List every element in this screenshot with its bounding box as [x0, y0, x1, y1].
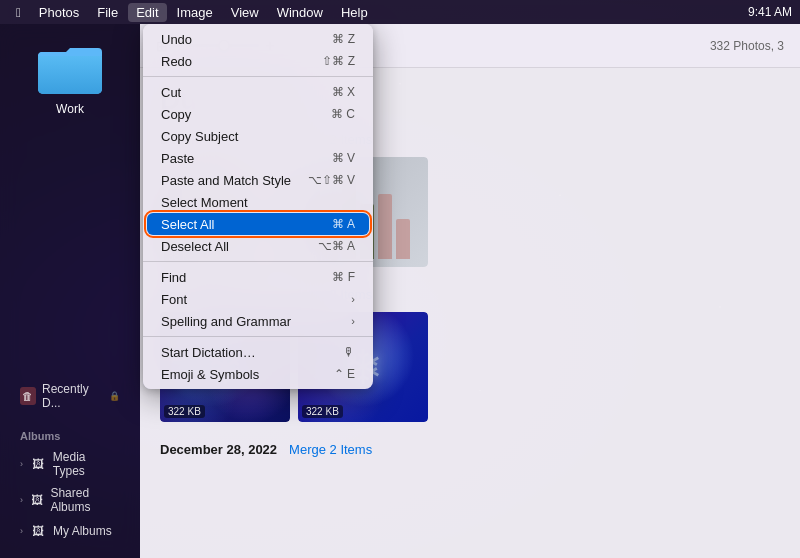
font-submenu-arrow: › [351, 293, 355, 305]
menu-item-paste[interactable]: Paste ⌘ V [147, 147, 369, 169]
paste-match-label: Paste and Match Style [161, 173, 291, 188]
menu-bar-file[interactable]: File [89, 3, 126, 22]
media-types-label: Media Types [53, 450, 120, 478]
select-moment-label: Select Moment [161, 195, 248, 210]
menu-item-copy-subject[interactable]: Copy Subject [147, 125, 369, 147]
albums-section-title: Albums [8, 426, 132, 446]
menu-item-select-all[interactable]: Select All ⌘ A [147, 213, 369, 235]
menu-item-paste-match[interactable]: Paste and Match Style ⌥⇧⌘ V [147, 169, 369, 191]
svg-rect-1 [38, 52, 102, 94]
copy-subject-label: Copy Subject [161, 129, 238, 144]
cut-shortcut: ⌘ X [332, 85, 355, 99]
menu-item-cut[interactable]: Cut ⌘ X [147, 81, 369, 103]
separator-3 [143, 336, 373, 337]
select-all-label: Select All [161, 217, 214, 232]
paste-match-shortcut: ⌥⇧⌘ V [308, 173, 355, 187]
sidebar-album-media-types[interactable]: › 🖼 Media Types [12, 446, 128, 482]
paste-label: Paste [161, 151, 194, 166]
shared-albums-icon: 🖼 [29, 491, 44, 509]
sidebar: Work 🗑 Recently D... 🔒 Albums › 🖼 Media … [0, 24, 140, 558]
dictation-label: Start Dictation… [161, 345, 256, 360]
find-label: Find [161, 270, 186, 285]
menu-item-emoji[interactable]: Emoji & Symbols ⌃ E [147, 363, 369, 385]
menu-bar-photos[interactable]: Photos [31, 3, 87, 22]
sidebar-album-shared[interactable]: › 🖼 Shared Albums [12, 482, 128, 518]
deselect-all-shortcut: ⌥⌘ A [318, 239, 355, 253]
font-label: Font [161, 292, 187, 307]
menu-bar-image[interactable]: Image [169, 3, 221, 22]
work-folder-icon [38, 42, 102, 98]
menu-item-undo[interactable]: Undo ⌘ Z [147, 28, 369, 50]
work-folder-label: Work [56, 102, 84, 116]
merge-link-dec28b[interactable]: Merge 2 Items [289, 442, 372, 457]
redo-label: Redo [161, 54, 192, 69]
redo-shortcut: ⇧⌘ Z [322, 54, 355, 68]
undo-shortcut: ⌘ Z [332, 32, 355, 46]
recently-deleted-icon: 🗑 [20, 387, 36, 405]
cut-label: Cut [161, 85, 181, 100]
my-albums-icon: 🖼 [29, 522, 47, 540]
menu-bar:  Photos File Edit Image View Window Hel… [0, 0, 800, 24]
select-all-shortcut: ⌘ A [332, 217, 355, 231]
menu-bar-help[interactable]: Help [333, 3, 376, 22]
menu-item-deselect-all[interactable]: Deselect All ⌥⌘ A [147, 235, 369, 257]
chevron-right-icon-my: › [20, 526, 23, 536]
chevron-right-icon-media: › [20, 459, 23, 469]
photo-size-badge-3: 322 KB [164, 405, 205, 418]
separator-1 [143, 76, 373, 77]
menu-item-spelling[interactable]: Spelling and Grammar › [147, 310, 369, 332]
section-date-dec28b: December 28, 2022 [160, 442, 277, 457]
menu-bar-view[interactable]: View [223, 3, 267, 22]
menu-item-redo[interactable]: Redo ⇧⌘ Z [147, 50, 369, 72]
undo-label: Undo [161, 32, 192, 47]
photos-count: 332 Photos, 3 [710, 39, 784, 53]
menu-item-font[interactable]: Font › [147, 288, 369, 310]
menu-item-dictation[interactable]: Start Dictation… 🎙 [147, 341, 369, 363]
lock-icon: 🔒 [109, 391, 120, 401]
apple-menu-icon[interactable]:  [8, 3, 29, 22]
spelling-submenu-arrow: › [351, 315, 355, 327]
chevron-right-icon-shared: › [20, 495, 23, 505]
paste-shortcut: ⌘ V [332, 151, 355, 165]
deselect-all-label: Deselect All [161, 239, 229, 254]
copy-shortcut: ⌘ C [331, 107, 355, 121]
sidebar-folder-work[interactable]: Work [8, 34, 132, 124]
sidebar-album-my-albums[interactable]: › 🖼 My Albums [12, 518, 128, 544]
emoji-label: Emoji & Symbols [161, 367, 259, 382]
separator-2 [143, 261, 373, 262]
my-albums-label: My Albums [53, 524, 112, 538]
media-types-icon: 🖼 [29, 455, 47, 473]
menu-item-copy[interactable]: Copy ⌘ C [147, 103, 369, 125]
dictation-shortcut: 🎙 [343, 345, 355, 359]
emoji-shortcut: ⌃ E [334, 367, 355, 381]
menu-item-find[interactable]: Find ⌘ F [147, 266, 369, 288]
section-header-dec28b: December 28, 2022 Merge 2 Items [160, 442, 780, 457]
menu-bar-window[interactable]: Window [269, 3, 331, 22]
shared-albums-label: Shared Albums [50, 486, 120, 514]
sidebar-recently-deleted[interactable]: 🗑 Recently D... 🔒 [12, 378, 128, 414]
menu-item-select-moment[interactable]: Select Moment [147, 191, 369, 213]
section-dec28-second: December 28, 2022 Merge 2 Items [160, 442, 780, 457]
menu-bar-right: 9:41 AM [748, 5, 792, 19]
photo-size-badge-4: 322 KB [302, 405, 343, 418]
menu-bar-edit[interactable]: Edit [128, 3, 166, 22]
recently-deleted-label: Recently D... [42, 382, 103, 410]
copy-label: Copy [161, 107, 191, 122]
find-shortcut: ⌘ F [332, 270, 355, 284]
menu-bar-time: 9:41 AM [748, 5, 792, 19]
spelling-label: Spelling and Grammar [161, 314, 291, 329]
edit-dropdown-menu: Undo ⌘ Z Redo ⇧⌘ Z Cut ⌘ X Copy ⌘ C Copy… [143, 24, 373, 389]
